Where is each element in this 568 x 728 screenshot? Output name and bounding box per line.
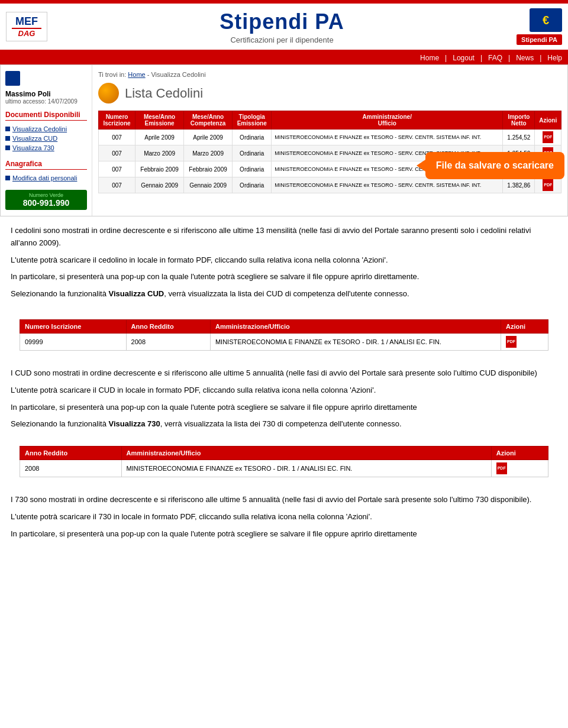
sidebar-cud-label[interactable]: Visualizza CUD bbox=[12, 135, 57, 142]
cell-mese-competenza: Aprile 2009 bbox=[184, 130, 233, 145]
breadcrumb: Ti trovi in: Home - Visualizza Cedolini bbox=[98, 71, 561, 78]
breadcrumb-text: Ti trovi in: bbox=[98, 71, 126, 78]
cell-mese-competenza: Marzo 2009 bbox=[184, 145, 233, 161]
nav-news[interactable]: News bbox=[516, 54, 534, 62]
desc1-p2: L'utente potrà scaricare il cedolino in … bbox=[11, 254, 557, 267]
cell-importo: 1.382,86 bbox=[503, 177, 535, 193]
table-row: 007 Aprile 2009 Aprile 2009 Ordinaria MI… bbox=[99, 130, 561, 145]
nav-home[interactable]: Home bbox=[420, 54, 439, 62]
cell-mese-emissione: Gennaio 2009 bbox=[135, 177, 184, 193]
sidebar: Massimo Poli ultimo accesso: 14/07/2009 … bbox=[1, 65, 92, 216]
cell-mese-competenza: Gennaio 2009 bbox=[184, 177, 233, 193]
main-content: Ti trovi in: Home - Visualizza Cedolini … bbox=[92, 65, 567, 216]
sidebar-730-label[interactable]: Visualizza 730 bbox=[12, 144, 54, 151]
th-mese-competenza: Mese/AnnoCompetenza bbox=[184, 111, 233, 130]
desc1-p4-pre: Selezionando la funzionalità bbox=[11, 289, 109, 298]
cell-amministrazione: MINISTEROECONOMIA E FINANZE ex TESORO - … bbox=[210, 333, 501, 350]
desc1-p4: Selezionando la funzionalità Visualizza … bbox=[11, 288, 557, 300]
desc1-p4-post: , verrà visualizzata la lista dei CUD di… bbox=[164, 289, 409, 298]
dag-text: DAG bbox=[18, 29, 36, 38]
th-azioni: Azioni bbox=[535, 111, 561, 130]
desc-section-2: I CUD sono mostrati in ordine decrescent… bbox=[0, 363, 568, 440]
sidebar-item-modifica[interactable]: Modifica dati personali bbox=[5, 173, 87, 183]
cell-mese-emissione: Febbraio 2009 bbox=[135, 161, 184, 177]
cell-numero: 09999 bbox=[20, 333, 127, 350]
cud-th-amministrazione: Amministrazione/Ufficio bbox=[210, 319, 501, 333]
sidebar-item-730[interactable]: Visualizza 730 bbox=[5, 143, 87, 153]
breadcrumb-sep: - bbox=[147, 71, 150, 78]
sidebar-item-cud[interactable]: Visualizza CUD bbox=[5, 134, 87, 143]
desc1-p3: In particolare, si presenterà una pop-up… bbox=[11, 271, 557, 283]
t730-th-anno: Anno Reddito bbox=[20, 446, 122, 460]
cell-mese-competenza: Febbraio 2009 bbox=[184, 161, 233, 177]
sidebar-documenti-title: Documenti Disponibili bbox=[5, 111, 87, 121]
cell-anno: 2008 bbox=[20, 460, 122, 477]
desc2-p3: In particolare, si presenterà una pop-up… bbox=[11, 402, 557, 414]
cell-amministrazione: MINISTEROECONOMIA E FINANZE ex TESORO - … bbox=[272, 177, 503, 193]
euro-icon: € bbox=[530, 8, 562, 32]
cell-mese-emissione: Marzo 2009 bbox=[135, 145, 184, 161]
cell-numero: 007 bbox=[99, 130, 135, 145]
main-wrapper: Massimo Poli ultimo accesso: 14/07/2009 … bbox=[0, 64, 568, 216]
sidebar-anagrafica-title: Anagrafica bbox=[5, 160, 87, 170]
cell-tipologia: Ordinaria bbox=[233, 161, 272, 177]
cell-tipologia: Ordinaria bbox=[233, 130, 272, 145]
th-importo: ImportoNetto bbox=[503, 111, 535, 130]
desc2-p4-pre: Selezionando la funzionalità bbox=[11, 419, 109, 428]
page-title: Lista Cedolini bbox=[125, 86, 203, 101]
pdf-download-icon[interactable]: PDF bbox=[506, 336, 517, 348]
tooltip-area: File da salvare o scaricare bbox=[417, 152, 564, 179]
sidebar-item-cedolini[interactable]: Visualizza Cedolini bbox=[5, 124, 87, 134]
bullet-icon bbox=[5, 176, 10, 180]
cell-tipologia: Ordinaria bbox=[233, 145, 272, 161]
bullet-icon bbox=[5, 145, 10, 150]
sidebar-cedolini-label[interactable]: Visualizza Cedolini bbox=[12, 125, 67, 132]
stipendi-badge: Stipendi PA bbox=[517, 34, 562, 45]
cell-azioni: PDF bbox=[535, 130, 561, 145]
header-right: € Stipendi PA bbox=[517, 8, 562, 45]
cud-section: Numero Iscrizione Anno Reddito Amministr… bbox=[0, 319, 568, 363]
user-avatar bbox=[5, 71, 20, 86]
nav-help[interactable]: Help bbox=[547, 54, 562, 62]
tooltip-text: File da salvare o scaricare bbox=[436, 160, 554, 170]
tooltip-bubble: File da salvare o scaricare bbox=[425, 152, 564, 179]
nav-sep3: | bbox=[508, 54, 510, 62]
cell-azioni: PDF bbox=[535, 177, 561, 193]
numero-verde-label: Numero Verde bbox=[9, 192, 83, 198]
cell-mese-emissione: Aprile 2009 bbox=[135, 130, 184, 145]
table-row: 2008 MINISTEROECONOMIA E FINANZE ex TESO… bbox=[20, 460, 548, 477]
desc3-p2: L'utente potrà scaricare il 730 in local… bbox=[11, 511, 557, 523]
pdf-download-icon[interactable]: PDF bbox=[543, 179, 553, 191]
bullet-icon bbox=[5, 127, 10, 131]
cell-numero: 007 bbox=[99, 161, 135, 177]
cell-numero: 007 bbox=[99, 145, 135, 161]
th-tipologia: TipologiaEmissione bbox=[233, 111, 272, 130]
user-access: ultimo accesso: 14/07/2009 bbox=[5, 98, 87, 105]
nav-faq[interactable]: FAQ bbox=[488, 54, 502, 62]
table730-section: Anno Reddito Amministrazione/Ufficio Azi… bbox=[0, 446, 568, 489]
cell-amministrazione: MINISTEROECONOMIA E FINANZE ex TESORO - … bbox=[121, 460, 491, 477]
desc3-p1: I 730 sono mostrati in ordine decrescent… bbox=[11, 494, 557, 506]
mef-logo: MEF DAG bbox=[6, 12, 47, 41]
th-mese-emissione: Mese/AnnoEmissione bbox=[135, 111, 184, 130]
euro-symbol: € bbox=[543, 14, 549, 27]
desc2-p4: Selezionando la funzionalità Visualizza … bbox=[11, 418, 557, 431]
nav-sep2: | bbox=[480, 54, 482, 62]
nav-logout[interactable]: Logout bbox=[453, 54, 475, 62]
sidebar-documenti-section: Documenti Disponibili Visualizza Cedolin… bbox=[5, 111, 87, 153]
desc2-p2: L'utente potrà scaricare il CUD in local… bbox=[11, 384, 557, 397]
cell-tipologia: Ordinaria bbox=[233, 177, 272, 193]
sidebar-modifica-label[interactable]: Modifica dati personali bbox=[12, 174, 77, 182]
cell-azioni: PDF bbox=[501, 333, 548, 350]
mef-text: MEF bbox=[15, 15, 38, 28]
breadcrumb-current: Visualizza Cedolini bbox=[151, 71, 205, 78]
nav-sep4: | bbox=[540, 54, 541, 62]
cud-table: Numero Iscrizione Anno Reddito Amministr… bbox=[20, 319, 548, 351]
page-header: Lista Cedolini bbox=[98, 83, 561, 103]
pdf-download-icon[interactable]: PDF bbox=[496, 462, 507, 474]
breadcrumb-home[interactable]: Home bbox=[128, 71, 145, 78]
desc-section-1: I cedolini sono mostrati in ordine decre… bbox=[0, 216, 568, 313]
cell-anno: 2008 bbox=[126, 333, 210, 350]
nav-bar: Home | Logout | FAQ | News | Help bbox=[0, 51, 568, 64]
pdf-download-icon[interactable]: PDF bbox=[543, 131, 553, 143]
